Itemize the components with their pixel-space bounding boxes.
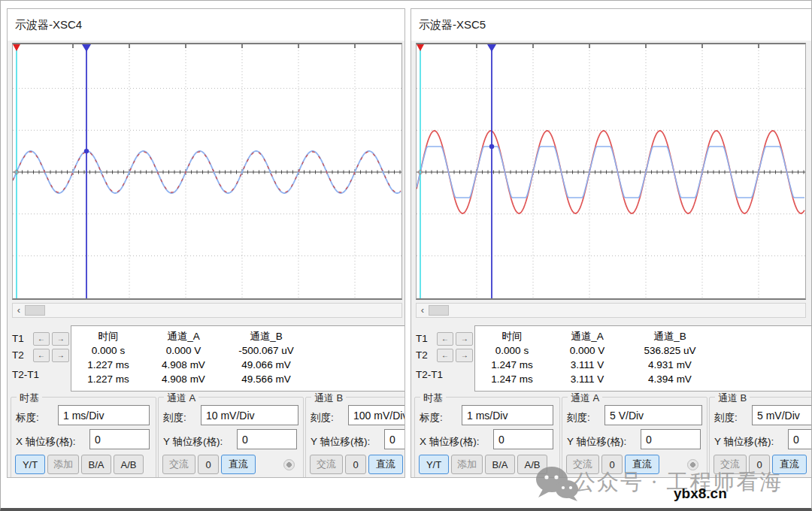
t1-right-button[interactable]: →: [456, 332, 473, 346]
timebase-scale-input[interactable]: [58, 405, 150, 425]
horizontal-scrollbar[interactable]: ‹: [416, 303, 806, 318]
yt-mode-button[interactable]: Y/T: [419, 455, 449, 474]
scrollbar-thumb[interactable]: [25, 305, 45, 316]
t1-right-button[interactable]: →: [52, 332, 69, 346]
scroll-left-icon[interactable]: ‹: [13, 304, 25, 317]
t1-left-button[interactable]: ←: [437, 332, 454, 346]
channel-a-scale-label: 刻度:: [567, 411, 590, 425]
channel-b-yoffset-label: Y 轴位移(格):: [714, 435, 774, 449]
channel-a-scale-input[interactable]: [604, 405, 702, 425]
channel-a-scale-input[interactable]: [201, 405, 298, 425]
timebase-xoffset-input[interactable]: [89, 429, 150, 449]
channel-b-yoffset-input[interactable]: [384, 429, 405, 449]
timebase-group-label: 时基: [17, 392, 42, 405]
timebase-group: 时基 标度: X 轴位移(格): Y/T 添加 B/A A/B: [11, 397, 156, 478]
readout-header-channel-a: 通道_A: [549, 329, 626, 343]
t1-channel-a-value: 0.000 V: [145, 343, 222, 358]
channel-a-yoffset-input[interactable]: [641, 429, 701, 449]
yt-mode-button[interactable]: Y/T: [15, 455, 45, 474]
window-titlebar: 示波器-XSC5: [411, 9, 812, 41]
watermark-site: ybx8.cn: [674, 485, 727, 502]
t2-time-value: 1.227 ms: [71, 358, 145, 372]
channel-a-yoffset-input[interactable]: [237, 429, 297, 449]
trigger-indicator-dot: [687, 459, 698, 470]
t2-left-button[interactable]: ←: [437, 349, 454, 362]
dt-channel-a-value: 3.111 V: [549, 372, 626, 386]
channel-a-group-label: 通道 A: [164, 392, 198, 405]
timebase-scale-label: 标度:: [16, 411, 39, 425]
screenshot-canvas: 示波器-XSC4 ‹ T1 ← → T2 ← → T2-T1 时间: [0, 0, 812, 511]
add-mode-button[interactable]: 添加: [47, 455, 79, 474]
channel-b-yoffset-input[interactable]: [788, 429, 812, 449]
t2-left-button[interactable]: ←: [33, 349, 50, 362]
channel-a-ac-button[interactable]: 交流: [162, 455, 195, 474]
dt-time-value: 1.227 ms: [71, 372, 145, 386]
waveform-display: [416, 43, 806, 300]
timebase-scale-label: 标度:: [420, 411, 443, 425]
t2-right-button[interactable]: →: [52, 349, 69, 362]
t2-t1-label: T2-T1: [416, 369, 473, 380]
t1-channel-a-value: 0.000 V: [549, 343, 626, 358]
t1-channel-b-value: 536.825 uV: [626, 343, 714, 358]
dt-channel-b-value: 49.566 mV: [222, 372, 311, 386]
t1-label: T1: [12, 333, 31, 344]
scrollbar-thumb[interactable]: [429, 305, 449, 316]
readout-header-channel-b: 通道_B: [626, 329, 714, 343]
t1-left-button[interactable]: ←: [33, 332, 50, 346]
channel-b-zero-button[interactable]: 0: [749, 455, 770, 474]
channel-a-zero-button[interactable]: 0: [601, 455, 623, 474]
t2-label: T2: [12, 349, 31, 361]
control-panel: 时基 标度: X 轴位移(格): Y/T 添加 B/A A/B 通道 A 刻度:…: [11, 397, 405, 478]
channel-b-scale-input[interactable]: [752, 405, 812, 425]
timebase-xoffset-input[interactable]: [493, 429, 553, 449]
t1-time-value: 0.000 s: [71, 343, 145, 358]
add-mode-button[interactable]: 添加: [451, 455, 483, 474]
channel-b-ac-button[interactable]: 交流: [310, 455, 343, 474]
ab-mode-button[interactable]: A/B: [517, 455, 547, 474]
channel-b-scale-label: 刻度:: [311, 411, 334, 425]
channel-a-ac-button[interactable]: 交流: [566, 455, 599, 474]
channel-a-group-label: 通道 A: [568, 392, 602, 405]
channel-b-group-label: 通道 B: [715, 392, 750, 405]
t2-channel-b-value: 4.931 mV: [626, 358, 714, 372]
control-panel: 时基 标度: X 轴位移(格): Y/T 添加 B/A A/B 通道 A 刻度:…: [414, 397, 812, 478]
channel-b-group: 通道 B 刻度: Y 轴位移(格): 交流 0 直流: [305, 397, 405, 478]
t2-t1-label: T2-T1: [12, 369, 69, 380]
window-title: 示波器-XSC4: [15, 18, 82, 32]
scroll-left-icon[interactable]: ‹: [417, 304, 429, 317]
readout-header-time: 时间: [71, 329, 145, 343]
channel-b-zero-button[interactable]: 0: [345, 455, 366, 474]
ba-mode-button[interactable]: B/A: [485, 455, 515, 474]
t1-channel-b-value: -500.067 uV: [222, 343, 311, 358]
timebase-group: 时基 标度: X 轴位移(格): Y/T 添加 B/A A/B: [414, 397, 560, 478]
measurement-readout: 时间 通道_A 通道_B 0.000 s 0.000 V -500.067 uV…: [71, 325, 405, 392]
channel-b-ac-button[interactable]: 交流: [714, 455, 747, 474]
channel-b-scale-input[interactable]: [348, 405, 405, 425]
timebase-scale-input[interactable]: [462, 405, 553, 425]
channel-b-dc-button[interactable]: 直流: [368, 455, 403, 474]
channel-b-group-label: 通道 B: [311, 392, 346, 405]
readout-header-channel-a: 通道_A: [145, 329, 222, 343]
channel-b-group: 通道 B 刻度: Y 轴位移(格): 交流 0 直流: [709, 397, 812, 478]
cursor-controls: T1 ← → T2 ← → T2-T1: [416, 331, 473, 380]
channel-a-dc-button[interactable]: 直流: [625, 455, 659, 474]
readout-header-channel-b: 通道_B: [222, 329, 311, 343]
waveform-plot: [13, 44, 401, 298]
oscilloscope-window-xsc4: 示波器-XSC4 ‹ T1 ← → T2 ← → T2-T1 时间: [7, 8, 405, 478]
t2-right-button[interactable]: →: [456, 349, 473, 362]
channel-a-group: 通道 A 刻度: Y 轴位移(格): 交流 0 直流: [158, 397, 304, 478]
oscilloscope-window-xsc5: 示波器-XSC5 ‹ T1 ← → T2 ← → T2-T1 时间: [411, 8, 812, 478]
waveform-display: [12, 43, 402, 300]
horizontal-scrollbar[interactable]: ‹: [12, 303, 402, 318]
dt-channel-b-value: 4.394 mV: [626, 372, 714, 386]
ab-mode-button[interactable]: A/B: [114, 455, 144, 474]
channel-a-yoffset-label: Y 轴位移(格):: [163, 435, 223, 449]
timebase-xoffset-label: X 轴位移(格):: [16, 435, 76, 449]
ba-mode-button[interactable]: B/A: [81, 455, 111, 474]
channel-a-group: 通道 A 刻度: Y 轴位移(格): 交流 0 直流: [562, 397, 707, 478]
t2-channel-a-value: 4.908 mV: [145, 358, 222, 372]
channel-a-zero-button[interactable]: 0: [198, 455, 219, 474]
t2-channel-b-value: 49.066 mV: [222, 358, 311, 372]
channel-b-dc-button[interactable]: 直流: [772, 455, 807, 474]
channel-a-dc-button[interactable]: 直流: [221, 455, 256, 474]
